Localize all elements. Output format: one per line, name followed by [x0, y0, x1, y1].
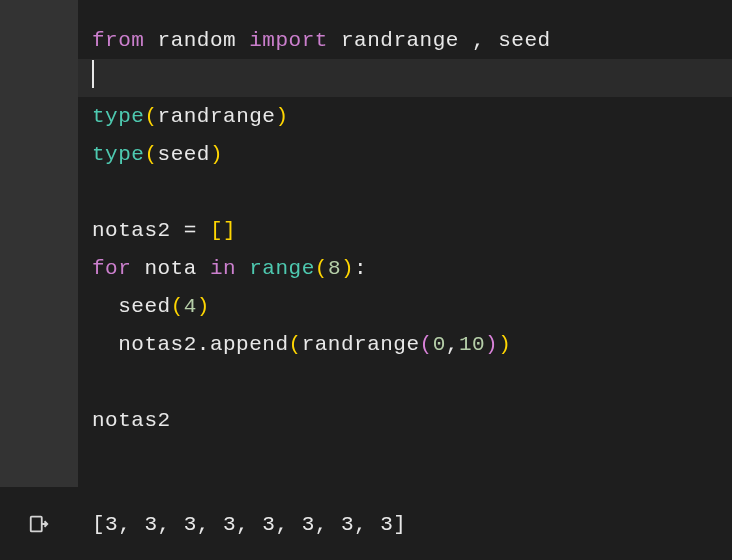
assignment: notas2 =: [92, 219, 210, 242]
code-line-9[interactable]: notas2.append(randrange(0,10)): [92, 326, 732, 364]
bracket-open: [: [210, 219, 223, 242]
call-seed: seed: [92, 295, 171, 318]
loop-var: nota: [131, 257, 210, 280]
module-name: random: [144, 29, 249, 52]
code-editor[interactable]: from random import randrange , seed type…: [78, 0, 732, 487]
keyword-import: import: [249, 29, 328, 52]
paren-close-inner: ): [485, 333, 498, 356]
code-line-11[interactable]: notas2: [92, 402, 732, 440]
paren-open: (: [289, 333, 302, 356]
code-line-3[interactable]: type(randrange): [92, 98, 732, 136]
identifier: randrange: [302, 333, 420, 356]
paren-open: (: [315, 257, 328, 280]
code-line-5[interactable]: [92, 174, 732, 212]
paren-open: (: [171, 295, 184, 318]
number-literal: 8: [328, 257, 341, 280]
editor-area: from random import randrange , seed type…: [0, 0, 732, 487]
builtin-range: range: [249, 257, 315, 280]
number-literal: 0: [433, 333, 446, 356]
paren-open: (: [144, 143, 157, 166]
paren-close: ): [498, 333, 511, 356]
comma: ,: [446, 333, 459, 356]
identifier: seed: [158, 143, 210, 166]
number-literal: 4: [184, 295, 197, 318]
active-line-highlight: [78, 59, 732, 97]
gutter: [0, 0, 78, 487]
code-line-8[interactable]: seed(4): [92, 288, 732, 326]
builtin-type: type: [92, 105, 144, 128]
output-area: [3, 3, 3, 3, 3, 3, 3, 3]: [0, 487, 732, 560]
identifier: randrange: [158, 105, 276, 128]
output-gutter[interactable]: [0, 488, 78, 560]
paren-close: ): [210, 143, 223, 166]
bracket-close: ]: [223, 219, 236, 242]
colon: :: [354, 257, 367, 280]
paren-open: (: [144, 105, 157, 128]
number-literal: 10: [459, 333, 485, 356]
svg-rect-0: [31, 517, 42, 532]
text-cursor: [92, 60, 94, 88]
output-text[interactable]: [3, 3, 3, 3, 3, 3, 3, 3]: [78, 488, 732, 560]
keyword-from: from: [92, 29, 144, 52]
import-names: randrange , seed: [328, 29, 551, 52]
code-line-7[interactable]: for nota in range(8):: [92, 250, 732, 288]
keyword-in: in: [210, 257, 236, 280]
run-output-icon: [28, 513, 50, 535]
expression: notas2: [92, 409, 171, 432]
call-append: notas2.append: [92, 333, 289, 356]
keyword-for: for: [92, 257, 131, 280]
code-line-10[interactable]: [92, 364, 732, 402]
builtin-type: type: [92, 143, 144, 166]
code-line-1[interactable]: from random import randrange , seed: [92, 22, 732, 60]
paren-close: ): [341, 257, 354, 280]
code-line-6[interactable]: notas2 = []: [92, 212, 732, 250]
paren-close: ): [197, 295, 210, 318]
paren-open-inner: (: [420, 333, 433, 356]
code-line-4[interactable]: type(seed): [92, 136, 732, 174]
paren-close: ): [275, 105, 288, 128]
